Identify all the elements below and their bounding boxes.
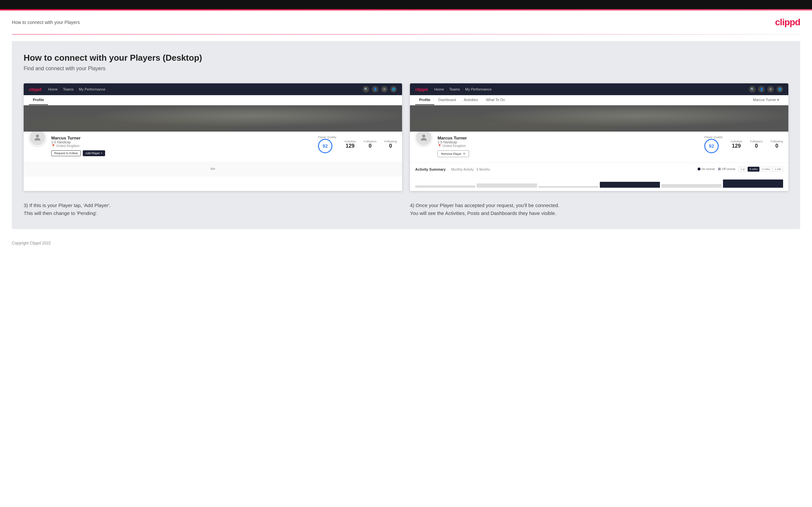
- screenshot1-activities: Activities 129: [344, 140, 356, 149]
- screenshot2-activity: Activity Summary Monthly Activity · 6 Mo…: [410, 162, 789, 191]
- screenshot2-banner: [410, 105, 789, 131]
- off-course-dot: [718, 168, 721, 170]
- page-subheading: Find and connect with your Players: [23, 66, 789, 71]
- descriptions-row: 3) If this is your Player tap, 'Add Play…: [23, 202, 789, 217]
- screenshot2-banner-bg: [410, 105, 789, 131]
- settings-icon-2: ⚙: [767, 86, 774, 93]
- screenshot1-followers: Followers 0: [364, 140, 376, 149]
- tab-activities[interactable]: Activities: [460, 95, 482, 105]
- screenshot1-quality: Player Quality 92: [318, 135, 336, 153]
- screenshots-row: clippd Home Teams My Performance 🔍 👤 ⚙ 🌐…: [23, 83, 789, 191]
- screenshot2-quality: Player Quality 92: [704, 135, 723, 153]
- screenshot1-buttons: Request to Follow Add Player +: [51, 150, 313, 156]
- on-course-legend: On course: [698, 167, 715, 171]
- top-bar: [0, 0, 812, 9]
- footer: Copyright Clippd 2022: [0, 236, 812, 251]
- screenshot2-stats: Player Quality 92 Activities 129 Followe…: [704, 135, 783, 153]
- close-icon: ✕: [463, 152, 465, 156]
- screenshot2-player-info: Marcus Turner 1-5 Handicap 📍 United King…: [438, 135, 699, 157]
- main-content: How to connect with your Players (Deskto…: [12, 41, 800, 229]
- tab-profile-1[interactable]: Profile: [29, 95, 48, 105]
- settings-icon: ⚙: [381, 86, 388, 93]
- activity-controls: On course Off course 1 yr 6 mths 3 mths: [698, 167, 783, 172]
- screenshot1-handicap: 1-5 Handicap: [51, 140, 313, 144]
- time-btn-1yr[interactable]: 1 yr: [739, 167, 747, 172]
- screenshot2-handicap: 1-5 Handicap: [438, 140, 699, 144]
- activity-legend: On course Off course: [698, 167, 735, 171]
- page-heading: How to connect with your Players (Deskto…: [23, 53, 789, 63]
- screenshot2-logo: clippd: [415, 87, 428, 92]
- screenshot2-location: 📍 United Kingdom: [438, 144, 699, 148]
- time-btn-6mths[interactable]: 6 mths: [748, 167, 759, 172]
- request-follow-button[interactable]: Request to Follow: [51, 150, 81, 156]
- screenshot1-nav-items: Home Teams My Performance: [48, 87, 356, 91]
- bar-3: [539, 186, 599, 188]
- tab-profile-2[interactable]: Profile: [415, 95, 434, 105]
- user-icon: 👤: [372, 86, 378, 93]
- off-course-legend: Off course: [718, 167, 735, 171]
- time-btn-3mths[interactable]: 3 mths: [760, 167, 772, 172]
- search-icon: 🔍: [363, 86, 369, 93]
- logo: clippd: [775, 17, 800, 27]
- screenshot2-tab-list: Profile Dashboard Activities What To On: [415, 95, 509, 105]
- screenshot2-nav: clippd Home Teams My Performance 🔍 👤 ⚙ 🌐: [410, 83, 789, 95]
- player-dropdown[interactable]: Marcus Turner ▾: [749, 95, 783, 105]
- screenshot1-location: 📍 United Kingdom: [51, 144, 313, 148]
- screenshot1-tabs: Profile: [23, 95, 402, 105]
- tab-what-to-on[interactable]: What To On: [482, 95, 509, 105]
- bar-2: [476, 183, 537, 188]
- svg-point-0: [36, 134, 39, 137]
- screenshot1-logo: clippd: [29, 87, 41, 92]
- screenshot1-nav-teams: Teams: [63, 87, 73, 91]
- activity-subtitle: Monthly Activity · 6 Months: [451, 168, 490, 171]
- on-course-label: On course: [701, 167, 715, 171]
- screenshot1-nav: clippd Home Teams My Performance 🔍 👤 ⚙ 🌐: [23, 83, 402, 95]
- header: How to connect with your Players clippd: [0, 10, 812, 34]
- screenshot1-profile: Marcus Turner 1-5 Handicap 📍 United King…: [23, 131, 402, 161]
- globe-icon-2: 🌐: [776, 86, 783, 93]
- on-course-dot: [698, 168, 700, 170]
- screenshot2-profile: Marcus Turner 1-5 Handicap 📍 United King…: [410, 131, 789, 162]
- screenshot-1: clippd Home Teams My Performance 🔍 👤 ⚙ 🌐…: [23, 83, 402, 191]
- screenshot1-pencil: ✏: [23, 161, 402, 177]
- location-pin-icon-2: 📍: [438, 144, 442, 148]
- step4-text: 4) Once your Player has accepted your re…: [410, 202, 789, 217]
- tab-dashboard[interactable]: Dashboard: [434, 95, 460, 105]
- screenshot1-nav-home: Home: [48, 87, 57, 91]
- remove-player-button[interactable]: Remove Player ✕: [438, 150, 469, 157]
- copyright: Copyright Clippd 2022: [12, 241, 51, 245]
- time-btn-1mth[interactable]: 1 mth: [773, 167, 783, 172]
- screenshot2-tabs: Profile Dashboard Activities What To On …: [410, 95, 789, 105]
- svg-point-1: [422, 134, 425, 137]
- quality-circle-2: 92: [704, 139, 719, 153]
- screenshot2-followers: Followers 0: [750, 140, 763, 149]
- screenshot2-activities: Activities 129: [730, 140, 742, 149]
- screenshot1-stats: Player Quality 92 Activities 129 Followe…: [318, 135, 397, 153]
- bar-4: [600, 182, 660, 188]
- screenshot1-player-info: Marcus Turner 1-5 Handicap 📍 United King…: [51, 135, 313, 156]
- screenshot2-following: Following 0: [771, 140, 783, 149]
- screenshot1-player-name: Marcus Turner: [51, 135, 313, 140]
- add-player-button[interactable]: Add Player +: [83, 150, 105, 156]
- step3-text: 3) If this is your Player tap, 'Add Play…: [23, 202, 402, 217]
- activity-title: Activity Summary: [415, 167, 446, 171]
- breadcrumb: How to connect with your Players: [12, 20, 80, 25]
- screenshot1-nav-icons: 🔍 👤 ⚙ 🌐: [363, 86, 397, 93]
- screenshot1-nav-performance: My Performance: [79, 87, 105, 91]
- description-step3: 3) If this is your Player tap, 'Add Play…: [23, 202, 402, 217]
- screenshot2-nav-home: Home: [434, 87, 444, 91]
- bar-1: [415, 185, 475, 188]
- quality-circle-1: 92: [318, 139, 333, 153]
- screenshot2-nav-icons: 🔍 👤 ⚙ 🌐: [749, 86, 783, 93]
- screenshot2-nav-teams: Teams: [449, 87, 460, 91]
- off-course-label: Off course: [722, 167, 735, 171]
- screenshot2-nav-items: Home Teams My Performance: [434, 87, 742, 91]
- screenshot1-banner: [23, 105, 402, 131]
- user-icon-2: 👤: [758, 86, 765, 93]
- time-period-buttons: 1 yr 6 mths 3 mths 1 mth: [739, 167, 783, 172]
- header-divider: [12, 34, 800, 35]
- description-step4: 4) Once your Player has accepted your re…: [410, 202, 789, 217]
- screenshot-2: clippd Home Teams My Performance 🔍 👤 ⚙ 🌐…: [410, 83, 789, 191]
- screenshot1-following: Following 0: [384, 140, 397, 149]
- bar-6: [723, 179, 783, 188]
